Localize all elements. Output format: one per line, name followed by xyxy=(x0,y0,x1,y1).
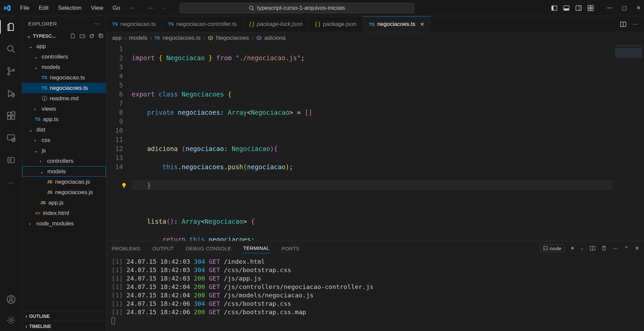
svg-rect-8 xyxy=(588,5,590,8)
folder-views[interactable]: ›views xyxy=(22,104,106,114)
tab-package-json[interactable]: { }package.json xyxy=(309,16,363,32)
panel-tab-ports[interactable]: PORTS xyxy=(281,244,300,253)
outline-section[interactable]: ›OUTLINE xyxy=(22,311,106,321)
file-negociacoes-js[interactable]: JSnegociacoes.js xyxy=(22,187,106,197)
command-center[interactable]: typescript-curso-1-arquivos-iniciais xyxy=(179,3,415,13)
file-negociacao-ts[interactable]: TSnegociacao.ts xyxy=(22,72,106,83)
file-negociacao-js[interactable]: JSnegociacao.js xyxy=(22,177,106,187)
timeline-section[interactable]: ›TIMELINE xyxy=(22,321,106,331)
tab-package-lock[interactable]: { }package-lock.json xyxy=(243,16,309,32)
svg-point-33 xyxy=(9,297,12,299)
kill-terminal-icon[interactable] xyxy=(601,246,607,251)
window-restore-icon[interactable]: ▢ xyxy=(622,5,627,11)
svg-point-12 xyxy=(7,46,13,51)
tab-negociacao-controller[interactable]: TSnegociacao-controller.ts xyxy=(162,16,243,32)
folder-controllers-dist[interactable]: ›controllers xyxy=(22,156,106,166)
new-terminal-icon[interactable]: + xyxy=(570,245,574,252)
file-index-html[interactable]: <>index.html xyxy=(22,208,106,218)
window-close-icon[interactable]: ✕ xyxy=(636,5,641,11)
file-negociacoes-ts[interactable]: TSnegociacoes.ts xyxy=(22,83,106,93)
tab-more-icon[interactable]: ··· xyxy=(633,21,638,28)
explorer-sidebar: EXPLORER ··· ⌄ TYPESC... ⌄app ⌄controlle… xyxy=(22,16,106,331)
panel-more-icon[interactable]: ··· xyxy=(613,245,618,252)
layout-bottom-icon[interactable] xyxy=(563,5,569,11)
svg-rect-20 xyxy=(7,112,10,115)
layout-right-icon[interactable] xyxy=(575,5,582,11)
customize-layout-icon[interactable] xyxy=(588,5,594,11)
svg-rect-40 xyxy=(544,247,548,250)
menu-view[interactable]: View xyxy=(87,3,108,13)
line-numbers: 1234567891011121314 xyxy=(106,44,132,241)
nav-back-icon[interactable]: ← xyxy=(148,4,155,12)
menu-go[interactable]: Go xyxy=(109,3,124,13)
panel-maximize-icon[interactable]: ⌃ xyxy=(624,245,629,252)
svg-line-13 xyxy=(12,50,14,53)
split-editor-icon[interactable] xyxy=(620,21,626,27)
menu-selection[interactable]: Selection xyxy=(54,3,86,13)
workspace-name: TYPESC... xyxy=(33,33,56,39)
explorer-more-icon[interactable]: ··· xyxy=(94,20,100,27)
file-app-ts[interactable]: TSapp.ts xyxy=(22,114,106,124)
activity-run-debug-icon[interactable] xyxy=(6,88,16,99)
code-content[interactable]: import { Negociacao } from "./negociacao… xyxy=(132,44,612,241)
svg-rect-39 xyxy=(123,187,125,188)
activity-explorer-icon[interactable] xyxy=(6,22,16,32)
folder-controllers[interactable]: ⌄controllers xyxy=(22,51,106,62)
activity-search-icon[interactable] xyxy=(6,44,16,54)
panel-tab-output[interactable]: OUTPUT xyxy=(152,244,174,253)
lightbulb-icon[interactable] xyxy=(122,183,126,187)
panel: PROBLEMS OUTPUT DEBUG CONSOLE TERMINAL P… xyxy=(106,241,644,331)
terminal-output[interactable]: [1] 24.07.15 18:42:03 304 GET /index.htm… xyxy=(106,255,644,331)
tab-negociacao[interactable]: TSnegociacao.ts xyxy=(106,16,162,32)
file-app-js[interactable]: JSapp.js xyxy=(22,197,106,208)
svg-rect-7 xyxy=(579,6,581,10)
new-file-icon[interactable] xyxy=(70,33,76,39)
file-readme[interactable]: ireadme.md xyxy=(22,93,106,104)
new-folder-icon[interactable] xyxy=(80,33,85,39)
menu-file[interactable]: File xyxy=(16,3,33,13)
activity-bar: ··· xyxy=(0,16,22,331)
window-minimize-icon[interactable]: — xyxy=(607,5,612,11)
menu-edit[interactable]: Edit xyxy=(35,3,52,13)
folder-js[interactable]: ⌄js xyxy=(22,145,106,156)
minimap[interactable] xyxy=(612,44,644,241)
folder-css[interactable]: ›css xyxy=(22,135,106,145)
folder-models[interactable]: ⌄models xyxy=(22,62,106,72)
editor[interactable]: 1234567891011121314 import { Negociacao … xyxy=(106,44,644,241)
folder-models-dist[interactable]: ⌄models xyxy=(22,166,106,177)
tab-negociacoes[interactable]: TSnegociacoes.ts✕ xyxy=(363,16,431,32)
layout-left-icon[interactable] xyxy=(551,5,557,11)
svg-rect-5 xyxy=(564,8,569,10)
folder-node-modules[interactable]: ›node_modules xyxy=(22,218,106,229)
svg-point-34 xyxy=(9,319,12,322)
svg-point-14 xyxy=(8,68,10,70)
explorer-title: EXPLORER xyxy=(28,21,57,27)
split-terminal-icon[interactable] xyxy=(590,246,595,251)
chevron-down-icon[interactable]: ⌄ xyxy=(27,33,31,39)
panel-close-icon[interactable]: ✕ xyxy=(635,245,639,251)
editor-tabs: TSnegociacao.ts TSnegociacao-controller.… xyxy=(106,16,644,32)
collapse-all-icon[interactable] xyxy=(98,33,104,39)
breadcrumb[interactable]: app› models› TSnegociacoes.ts› Negociaco… xyxy=(106,32,644,44)
panel-tab-debug-console[interactable]: DEBUG CONSOLE xyxy=(185,244,232,253)
terminal-dropdown-icon[interactable]: ⌄ xyxy=(581,246,584,251)
terminal-type-selector[interactable]: node xyxy=(540,245,565,252)
activity-settings-icon[interactable] xyxy=(6,315,16,326)
refresh-icon[interactable] xyxy=(89,33,94,39)
menu-more-icon[interactable]: ··· xyxy=(126,3,138,13)
titlebar: File Edit Selection View Go ··· ← → type… xyxy=(0,0,644,16)
panel-tab-problems[interactable]: PROBLEMS xyxy=(111,244,141,253)
activity-extensions-icon[interactable] xyxy=(6,110,16,121)
activity-output-icon[interactable] xyxy=(6,155,16,166)
svg-rect-11 xyxy=(591,8,593,11)
folder-app[interactable]: ⌄app xyxy=(22,41,106,51)
activity-source-control-icon[interactable] xyxy=(6,66,16,77)
svg-rect-3 xyxy=(552,6,554,10)
panel-tab-terminal[interactable]: TERMINAL xyxy=(243,243,270,253)
folder-dist[interactable]: ⌄dist xyxy=(22,124,106,135)
activity-account-icon[interactable] xyxy=(6,294,16,305)
tab-close-icon[interactable]: ✕ xyxy=(420,21,424,28)
activity-remote-icon[interactable] xyxy=(6,133,16,143)
activity-more-icon[interactable]: ··· xyxy=(6,177,16,188)
nav-forward-icon[interactable]: → xyxy=(161,4,167,12)
